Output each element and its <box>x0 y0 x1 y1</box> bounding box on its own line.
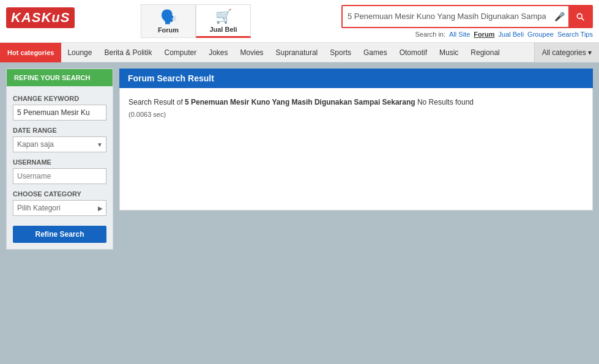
main-content: REFINE YOUR SEARCH CHANGE KEYWORD DATE R… <box>0 62 599 256</box>
cat-berita[interactable]: Berita & Politik <box>98 43 158 62</box>
search-results-panel: Forum Search Result Search Result of 5 P… <box>119 69 593 250</box>
cat-movies[interactable]: Movies <box>234 43 270 62</box>
forum-icon: 🗣️ <box>160 9 177 25</box>
result-header: Forum Search Result <box>119 69 593 88</box>
cat-lounge[interactable]: Lounge <box>61 43 98 62</box>
category-wrapper: Pilih Kategori ▶ <box>13 200 106 216</box>
sidebar: REFINE YOUR SEARCH CHANGE KEYWORD DATE R… <box>6 69 113 250</box>
search-bar: 🎤 <box>341 5 593 28</box>
search-in-label: Search in: <box>415 31 446 38</box>
cat-supranatural[interactable]: Supranatural <box>270 43 324 62</box>
cat-sports[interactable]: Sports <box>324 43 357 62</box>
username-label: USERNAME <box>13 158 106 166</box>
cat-jokes[interactable]: Jokes <box>203 43 234 62</box>
forum-nav-label: Forum <box>158 26 179 34</box>
category-select[interactable]: Pilih Kategori <box>13 200 106 216</box>
forum-link[interactable]: Forum <box>474 31 494 38</box>
cat-music[interactable]: Music <box>433 43 464 62</box>
jualbeli-icon: 🛒 <box>215 9 232 24</box>
date-range-select[interactable]: Kapan saja <box>13 136 106 152</box>
jualbeli-nav-btn[interactable]: 🛒 Jual Beli <box>196 4 251 38</box>
search-meta: Search in: All Site Forum Jual Beli Grou… <box>415 31 593 38</box>
all-categories-btn[interactable]: All categories ▾ <box>534 43 599 62</box>
username-input[interactable] <box>13 168 106 184</box>
result-body: Search Result of 5 Penemuan Mesir Kuno Y… <box>119 88 593 210</box>
header: KASKuS THE LARGEST INDONESIAN COMMUNITY … <box>0 0 599 43</box>
all-site-link[interactable]: All Site <box>449 31 470 38</box>
search-button[interactable] <box>568 6 592 27</box>
logo-box: KASKuS <box>6 7 75 28</box>
refine-search-button[interactable]: Refine Search <box>13 226 106 243</box>
date-range-label: DATE RANGE <box>13 127 106 134</box>
change-keyword-label: CHANGE KEYWORD <box>13 95 106 102</box>
logo-sub: THE LARGEST INDONESIAN COMMUNITY <box>6 29 128 35</box>
jualbeli-link[interactable]: Jual Beli <box>499 31 524 38</box>
forum-nav-btn[interactable]: 🗣️ Forum <box>141 4 196 38</box>
choose-category-label: CHOOSE CATEGORY <box>13 190 106 198</box>
sidebar-body: CHANGE KEYWORD DATE RANGE Kapan saja ▼ U… <box>7 86 113 249</box>
sidebar-header: REFINE YOUR SEARCH <box>7 69 113 86</box>
logo-area: KASKuS THE LARGEST INDONESIAN COMMUNITY <box>6 7 128 35</box>
logo-text: KASKuS <box>11 10 70 26</box>
search-tips-link[interactable]: Search Tips <box>557 31 593 38</box>
mic-button[interactable]: 🎤 <box>551 9 568 24</box>
keyword-input[interactable] <box>13 105 106 121</box>
result-text: Search Result of 5 Penemuan Mesir Kuno Y… <box>128 97 584 108</box>
cat-games[interactable]: Games <box>357 43 393 62</box>
cat-regional[interactable]: Regional <box>464 43 505 62</box>
hot-categories-btn[interactable]: Hot categories <box>0 43 61 62</box>
nav-icons: 🗣️ Forum 🛒 Jual Beli <box>141 4 251 38</box>
search-input[interactable] <box>343 6 551 27</box>
cat-computer[interactable]: Computer <box>158 43 203 62</box>
groupee-link[interactable]: Groupee <box>527 31 554 38</box>
result-time: (0.0063 sec) <box>128 111 584 118</box>
category-nav: Hot categories Lounge Berita & Politik C… <box>0 43 599 62</box>
search-icon <box>575 12 585 21</box>
cat-otomotif[interactable]: Otomotif <box>393 43 433 62</box>
jualbeli-nav-label: Jual Beli <box>209 26 237 33</box>
search-area: 🎤 Search in: All Site Forum Jual Beli Gr… <box>341 5 593 38</box>
date-range-wrapper: Kapan saja ▼ <box>13 136 106 152</box>
